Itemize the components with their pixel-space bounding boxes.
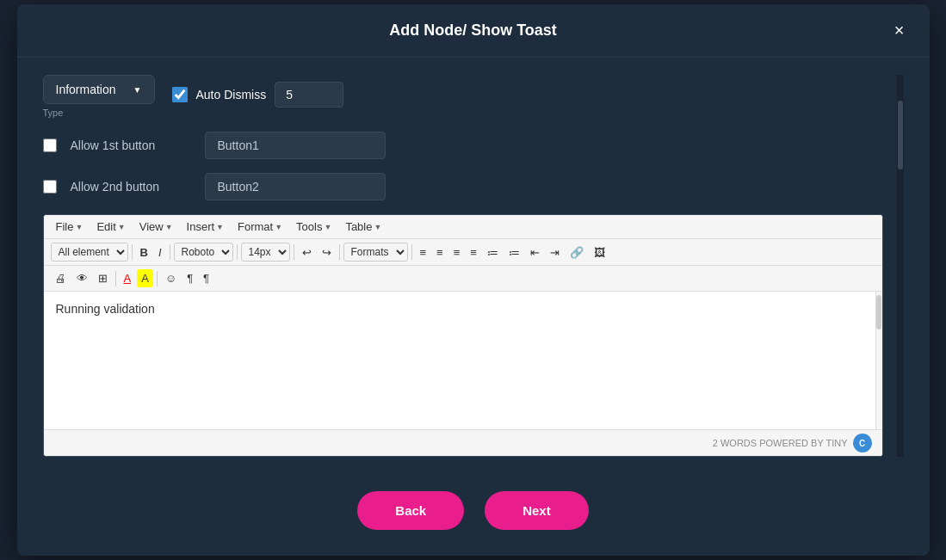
separator-5 (339, 244, 340, 260)
rtl-button[interactable]: ¶ (199, 269, 213, 287)
italic-button[interactable]: I (154, 243, 166, 262)
indent-button[interactable]: ⇥ (546, 243, 564, 262)
modal-footer: Back Next (17, 474, 930, 556)
editor-toolbar-2: 🖨 👁 ⊞ A A ☺ ¶ ¶ (44, 266, 882, 292)
highlight-button[interactable]: A (137, 269, 153, 287)
menu-file[interactable]: File ▼ (51, 218, 89, 235)
editor-wrapper: Running validation (44, 292, 882, 429)
separator-2 (170, 244, 170, 260)
element-select[interactable]: All element (51, 243, 128, 262)
tiny-badge: C (853, 434, 872, 452)
edit-arrow-icon: ▼ (118, 223, 126, 231)
formats-select[interactable]: Formats (343, 243, 408, 262)
chevron-down-icon: ▼ (133, 85, 142, 95)
preview-button[interactable]: 👁 (72, 269, 92, 287)
file-arrow-icon: ▼ (75, 223, 83, 231)
ltr-button[interactable]: ¶ (182, 269, 197, 287)
align-right-button[interactable]: ≡ (449, 243, 465, 262)
word-count: 2 WORDS POWERED BY TINY (713, 438, 848, 448)
separator-1 (132, 244, 133, 260)
redo-button[interactable]: ↪ (318, 243, 336, 262)
modal: Add Node/ Show Toast × Information ▼ Typ… (17, 4, 930, 556)
image-button[interactable]: 🖼 (590, 243, 609, 262)
link-button[interactable]: 🔗 (566, 243, 588, 262)
editor-toolbar-1: All element B I Roboto 14px (44, 239, 882, 266)
auto-dismiss-group: Auto Dismiss (172, 82, 344, 108)
font-color-button[interactable]: A (120, 269, 136, 287)
menu-insert[interactable]: Insert ▼ (182, 218, 229, 235)
separator-8 (157, 271, 158, 286)
font-select[interactable]: Roboto (174, 243, 233, 262)
modal-title: Add Node/ Show Toast (389, 22, 557, 40)
align-center-button[interactable]: ≡ (432, 243, 448, 262)
table-arrow-icon: ▼ (374, 223, 381, 231)
close-button[interactable]: × (887, 18, 912, 44)
button1-row: Allow 1st button (43, 132, 883, 159)
menu-edit[interactable]: Edit ▼ (91, 218, 130, 235)
next-button[interactable]: Next (485, 491, 589, 530)
button2-row: Allow 2nd button (43, 173, 883, 200)
modal-header: Add Node/ Show Toast × (17, 4, 930, 58)
insert-arrow-icon: ▼ (216, 223, 224, 231)
editor-scrollbar[interactable] (875, 292, 882, 429)
separator-4 (294, 244, 294, 260)
button1-checkbox[interactable] (43, 138, 57, 152)
menu-tools[interactable]: Tools ▼ (291, 218, 337, 235)
editor-container: File ▼ Edit ▼ View ▼ Insert ▼ Format ▼ T… (43, 214, 883, 457)
editor-scrollbar-thumb (876, 295, 881, 329)
editor-footer: 2 WORDS POWERED BY TINY C (44, 429, 882, 456)
type-dropdown[interactable]: Information ▼ (43, 75, 155, 104)
emoji-button[interactable]: ☺ (161, 269, 181, 287)
separator-3 (237, 244, 238, 260)
modal-scrollbar[interactable] (897, 75, 904, 457)
separator-7 (115, 271, 116, 286)
numbered-list-button[interactable]: ≔ (504, 243, 524, 262)
button1-input[interactable] (205, 132, 386, 159)
menu-table[interactable]: Table ▼ (340, 218, 386, 235)
button1-label: Allow 1st button (71, 138, 191, 152)
button2-label: Allow 2nd button (71, 180, 191, 194)
modal-body: Information ▼ Type Auto Dismiss Allow 1s… (17, 58, 930, 474)
bullet-list-button[interactable]: ≔ (483, 243, 503, 262)
undo-button[interactable]: ↩ (298, 243, 316, 262)
button2-checkbox[interactable] (43, 180, 57, 194)
template-button[interactable]: ⊞ (94, 269, 112, 287)
editor-menubar: File ▼ Edit ▼ View ▼ Insert ▼ Format ▼ T… (44, 215, 882, 239)
editor-content[interactable]: Running validation (44, 292, 882, 429)
view-arrow-icon: ▼ (165, 223, 173, 231)
outdent-button[interactable]: ⇤ (526, 243, 544, 262)
auto-dismiss-checkbox[interactable] (172, 87, 188, 102)
modal-overlay: Add Node/ Show Toast × Information ▼ Typ… (0, 0, 946, 560)
type-label: Type (43, 108, 155, 118)
size-select[interactable]: 14px (241, 243, 290, 262)
bold-button[interactable]: B (136, 243, 152, 262)
separator-6 (411, 244, 412, 260)
auto-dismiss-label: Auto Dismiss (196, 88, 267, 102)
menu-format[interactable]: Format ▼ (232, 218, 288, 235)
type-dropdown-value: Information (56, 83, 116, 96)
modal-scrollbar-thumb (898, 101, 903, 169)
tools-arrow-icon: ▼ (324, 223, 331, 231)
print-button[interactable]: 🖨 (51, 269, 71, 287)
format-arrow-icon: ▼ (275, 223, 282, 231)
type-row: Information ▼ Type (43, 75, 155, 118)
auto-dismiss-input[interactable] (275, 82, 343, 108)
editor-text: Running validation (56, 302, 155, 316)
back-button[interactable]: Back (357, 491, 464, 530)
align-justify-button[interactable]: ≡ (466, 243, 481, 262)
align-left-button[interactable]: ≡ (416, 243, 431, 262)
main-content: Information ▼ Type Auto Dismiss Allow 1s… (43, 75, 883, 457)
menu-view[interactable]: View ▼ (134, 218, 178, 235)
button2-input[interactable] (205, 173, 386, 200)
